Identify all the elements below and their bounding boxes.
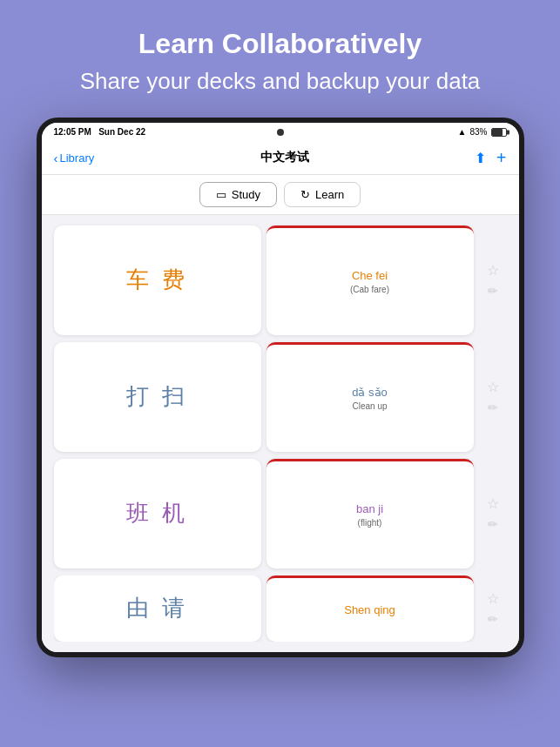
tab-bar: ▭ Study ↻ Learn <box>42 175 519 215</box>
status-bar: 12:05 PM Sun Dec 22 ▲ 83% <box>42 123 519 142</box>
status-time: 12:05 PM Sun Dec 22 <box>54 127 146 137</box>
study-label: Study <box>232 188 260 201</box>
nav-actions: ⬆ + <box>475 148 507 168</box>
card-1-pinyin: Che fei <box>352 269 388 282</box>
edit-icon-2[interactable]: ✏ <box>488 400 498 414</box>
battery-percent: 83% <box>469 127 487 137</box>
card-2-pinyin: dǎ sǎo <box>352 386 388 399</box>
card-3-actions: ☆ ✏ <box>479 495 507 531</box>
chevron-left-icon: ‹ <box>54 151 58 165</box>
back-button[interactable]: ‹ Library <box>54 151 95 165</box>
hero-section: Learn Collaboratively Share your decks a… <box>0 0 560 118</box>
tab-learn[interactable]: ↻ Learn <box>284 182 361 207</box>
card-1-translation: (Cab fare) <box>350 285 389 294</box>
nav-bar: ‹ Library 中文考试 ⬆ + <box>42 142 519 175</box>
edit-icon-3[interactable]: ✏ <box>488 517 498 531</box>
star-icon-3[interactable]: ☆ <box>487 495 499 512</box>
card-1-back[interactable]: Che fei (Cab fare) <box>267 225 474 335</box>
card-1-front[interactable]: 车 费 <box>54 225 261 335</box>
study-icon: ▭ <box>216 188 226 201</box>
front-camera <box>277 129 284 136</box>
battery-icon <box>491 128 507 137</box>
card-2-front[interactable]: 打 扫 <box>54 342 261 452</box>
card-1-chinese: 车 费 <box>126 265 188 295</box>
card-2-actions: ☆ ✏ <box>479 379 507 414</box>
card-row-4: 由 请 Shen qing ☆ ✏ <box>54 575 507 642</box>
learn-label: Learn <box>315 188 344 201</box>
card-3-chinese: 班 机 <box>126 498 188 528</box>
star-icon-1[interactable]: ☆ <box>487 262 499 279</box>
status-right: ▲ 83% <box>458 127 507 137</box>
card-4-front[interactable]: 由 请 <box>54 575 261 642</box>
back-label: Library <box>60 151 95 165</box>
card-4-pinyin: Shen qing <box>344 603 395 616</box>
cards-content: 车 费 Che fei (Cab fare) ☆ ✏ 打 扫 <box>42 215 519 652</box>
card-4-back[interactable]: Shen qing <box>267 575 474 642</box>
star-icon-4[interactable]: ☆ <box>487 590 499 607</box>
nav-title: 中文考试 <box>260 150 309 165</box>
card-3-translation: (flight) <box>358 518 382 528</box>
edit-icon-4[interactable]: ✏ <box>488 612 498 626</box>
device-wrapper: 12:05 PM Sun Dec 22 ▲ 83% ‹ Library <box>0 118 560 657</box>
learn-icon: ↻ <box>300 188 310 201</box>
ipad-screen: 12:05 PM Sun Dec 22 ▲ 83% ‹ Library <box>42 123 519 652</box>
hero-subtitle: Share your decks and backup your data <box>35 67 525 97</box>
share-icon[interactable]: ⬆ <box>475 150 486 166</box>
edit-icon-1[interactable]: ✏ <box>488 284 498 298</box>
card-4-actions: ☆ ✏ <box>479 590 507 626</box>
card-2-translation: Clean up <box>352 401 387 411</box>
wifi-icon: ▲ <box>458 127 467 137</box>
hero-title: Learn Collaboratively <box>35 28 525 60</box>
ipad-frame: 12:05 PM Sun Dec 22 ▲ 83% ‹ Library <box>37 118 524 657</box>
card-4-chinese: 由 请 <box>126 593 188 623</box>
card-row-3: 班 机 ban ji (flight) ☆ ✏ <box>54 459 507 569</box>
card-1-actions: ☆ ✏ <box>479 262 507 298</box>
card-3-back[interactable]: ban ji (flight) <box>267 459 474 569</box>
add-icon[interactable]: + <box>496 148 507 168</box>
card-3-pinyin: ban ji <box>356 502 383 515</box>
card-3-front[interactable]: 班 机 <box>54 459 261 569</box>
tab-study[interactable]: ▭ Study <box>199 182 277 207</box>
card-row-1: 车 费 Che fei (Cab fare) ☆ ✏ <box>54 225 507 335</box>
card-row-2: 打 扫 dǎ sǎo Clean up ☆ ✏ <box>54 342 507 452</box>
star-icon-2[interactable]: ☆ <box>487 379 499 395</box>
card-2-back[interactable]: dǎ sǎo Clean up <box>267 342 474 452</box>
card-2-chinese: 打 扫 <box>126 381 188 412</box>
